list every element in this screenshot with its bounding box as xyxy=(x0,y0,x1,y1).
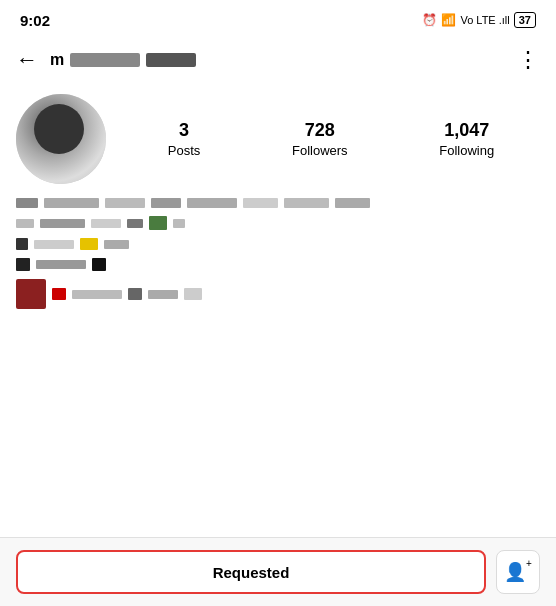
signal-icon: Vo LTE .ıll xyxy=(460,14,509,26)
alarm-icon: ⏰ xyxy=(422,13,437,27)
avatar-blob xyxy=(34,104,84,154)
back-button[interactable]: ← xyxy=(16,47,38,73)
bio-row-4 xyxy=(16,258,540,271)
bio-row-2 xyxy=(16,216,540,230)
status-time: 9:02 xyxy=(20,12,50,29)
followers-stat: 728 Followers xyxy=(292,120,348,158)
bottom-section: Requested 👤+ xyxy=(0,537,556,606)
avatar-image xyxy=(16,94,106,184)
posts-count: 3 xyxy=(179,120,189,141)
username-blurred-2 xyxy=(146,53,196,67)
username-initial: m xyxy=(50,51,64,69)
posts-stat: 3 Posts xyxy=(168,120,201,158)
username-blurred-1 xyxy=(70,53,140,67)
followers-count: 728 xyxy=(305,120,335,141)
add-friend-icon: 👤+ xyxy=(504,561,532,583)
more-menu-button[interactable]: ⋮ xyxy=(517,47,540,73)
top-nav: ← m ⋮ xyxy=(0,36,556,84)
bio-pixel xyxy=(284,198,329,208)
following-stat: 1,047 Following xyxy=(439,120,494,158)
bio-area xyxy=(0,192,556,327)
bio-pixel xyxy=(187,198,237,208)
bio-row-5 xyxy=(16,279,540,309)
bio-pixel xyxy=(335,198,370,208)
bio-row-3 xyxy=(16,238,540,250)
bio-row-1 xyxy=(16,198,540,208)
requested-button[interactable]: Requested xyxy=(16,550,486,594)
bio-pixel xyxy=(151,198,181,208)
battery-icon: 37 xyxy=(514,12,536,28)
avatar xyxy=(16,94,106,184)
following-count: 1,047 xyxy=(444,120,489,141)
bio-pixel xyxy=(44,198,99,208)
bio-pixel xyxy=(105,198,145,208)
profile-section: 3 Posts 728 Followers 1,047 Following xyxy=(0,84,556,192)
username-bar: m xyxy=(50,51,196,69)
stats-row: 3 Posts 728 Followers 1,047 Following xyxy=(122,120,540,158)
bio-pixel xyxy=(16,198,38,208)
following-label: Following xyxy=(439,143,494,158)
status-icons: ⏰ 📶 Vo LTE .ıll 37 xyxy=(422,12,536,28)
wifi-icon: 📶 xyxy=(441,13,456,27)
bio-pixel xyxy=(243,198,278,208)
status-bar: 9:02 ⏰ 📶 Vo LTE .ıll 37 xyxy=(0,0,556,36)
posts-label: Posts xyxy=(168,143,201,158)
followers-label: Followers xyxy=(292,143,348,158)
nav-left: ← m xyxy=(16,47,196,73)
add-friend-button[interactable]: 👤+ xyxy=(496,550,540,594)
